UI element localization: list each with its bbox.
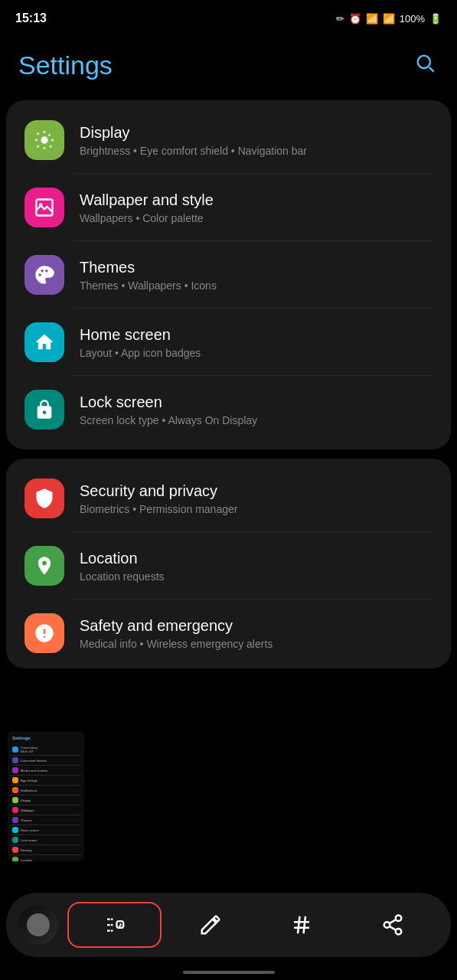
svg-point-5 <box>38 273 41 276</box>
lockscreen-icon <box>24 390 64 430</box>
smart-select-button[interactable] <box>67 902 162 948</box>
page-title: Settings <box>18 51 113 80</box>
pencil-icon: ✏ <box>336 13 344 24</box>
svg-point-4 <box>39 203 43 207</box>
themes-text: Themes Themes • Wallpapers • Icons <box>80 259 433 292</box>
ss-item-2: Connected devices <box>11 756 81 766</box>
wallpaper-text: Wallpaper and style Wallpapers • Color p… <box>80 191 433 224</box>
svg-point-15 <box>396 929 402 935</box>
display-title: Display <box>80 124 433 142</box>
location-icon <box>24 546 64 586</box>
themes-subtitle: Themes • Wallpapers • Icons <box>80 279 433 292</box>
write-button[interactable] <box>165 902 256 948</box>
settings-item-lockscreen[interactable]: Lock screen Screen lock type • Always On… <box>6 376 451 443</box>
settings-card-main: Display Brightness • Eye comfort shield … <box>6 100 451 449</box>
thumb-inner <box>18 905 58 945</box>
status-time: 15:13 <box>15 11 47 25</box>
safety-subtitle: Medical info • Wireless emergency alerts <box>80 638 433 650</box>
settings-item-location[interactable]: Location Location requests <box>6 532 451 599</box>
homescreen-title: Home screen <box>80 326 433 344</box>
safety-text: Safety and emergency Medical info • Wire… <box>80 617 433 650</box>
homescreen-subtitle: Layout • App icon badges <box>80 347 433 359</box>
settings-item-wallpaper[interactable]: Wallpaper and style Wallpapers • Color p… <box>6 174 451 241</box>
safety-title: Safety and emergency <box>80 617 433 635</box>
safety-icon <box>24 613 64 653</box>
header: Settings <box>0 34 457 100</box>
lockscreen-text: Lock screen Screen lock type • Always On… <box>80 394 433 426</box>
svg-point-2 <box>41 136 47 143</box>
svg-line-16 <box>390 926 397 930</box>
location-title: Location <box>80 550 433 567</box>
svg-point-0 <box>418 56 430 68</box>
security-title: Security and privacy <box>80 482 433 500</box>
ss-item-5: Notifications <box>11 786 81 795</box>
settings-item-themes[interactable]: Themes Themes • Wallpapers • Icons <box>6 241 451 309</box>
ss-item-9: Home screen <box>11 825 81 835</box>
location-subtitle: Location requests <box>80 570 433 583</box>
ss-title: Settings <box>11 734 81 742</box>
wallpaper-subtitle: Wallpapers • Color palette <box>80 212 433 224</box>
ss-item-11: Security <box>11 845 81 855</box>
signal-icon: 📶 <box>383 13 395 24</box>
screenshot-thumbnail: Settings ConnectionsWi-Fi, BT Connected … <box>8 731 84 861</box>
security-text: Security and privacy Biometrics • Permis… <box>80 482 433 515</box>
wallpaper-title: Wallpaper and style <box>80 191 433 209</box>
homescreen-text: Home screen Layout • App icon badges <box>80 326 433 359</box>
ss-item-4: App settings <box>11 776 81 786</box>
screenshot-overlay: Settings ConnectionsWi-Fi, BT Connected … <box>8 731 84 861</box>
ss-item-6: Display <box>11 795 81 805</box>
ss-item-1: ConnectionsWi-Fi, BT <box>11 744 81 756</box>
settings-item-security[interactable]: Security and privacy Biometrics • Permis… <box>6 465 451 532</box>
wifi-icon: 📶 <box>366 13 378 24</box>
lockscreen-subtitle: Screen lock type • Always On Display <box>80 414 433 426</box>
ss-item-10: Lock screen <box>11 835 81 845</box>
alarm-icon: ⏰ <box>349 13 361 24</box>
svg-line-11 <box>298 916 300 934</box>
themes-icon <box>24 255 64 295</box>
ss-item-12: Location <box>11 855 81 861</box>
wallpaper-icon <box>24 188 64 227</box>
toolbar-thumb[interactable] <box>18 905 58 945</box>
svg-point-6 <box>41 270 44 273</box>
svg-point-14 <box>384 922 390 928</box>
status-icons: ✏ ⏰ 📶 📶 100% 🔋 <box>336 13 442 24</box>
settings-item-safety[interactable]: Safety and emergency Medical info • Wire… <box>6 599 451 662</box>
svg-point-13 <box>396 916 402 922</box>
security-subtitle: Biometrics • Permission manager <box>80 503 433 515</box>
battery-icon: 🔋 <box>429 13 442 24</box>
svg-line-1 <box>429 67 434 72</box>
display-subtitle: Brightness • Eye comfort shield • Naviga… <box>80 145 433 157</box>
ss-item-8: Themes <box>11 815 81 825</box>
location-text: Location Location requests <box>80 550 433 583</box>
ss-item-3: Modes and routines <box>11 766 81 776</box>
share-button[interactable] <box>348 902 439 948</box>
search-button[interactable] <box>411 49 439 82</box>
settings-item-homescreen[interactable]: Home screen Layout • App icon badges <box>6 309 451 376</box>
settings-card-secondary: Security and privacy Biometrics • Permis… <box>6 459 451 668</box>
homescreen-icon <box>24 322 64 362</box>
tag-button[interactable] <box>256 902 348 948</box>
svg-point-7 <box>45 270 47 273</box>
display-icon <box>24 120 64 160</box>
settings-item-display[interactable]: Display Brightness • Eye comfort shield … <box>6 106 451 174</box>
security-icon <box>24 479 64 518</box>
ss-item-7: Wallpaper <box>11 805 81 815</box>
themes-title: Themes <box>80 259 433 276</box>
home-indicator <box>183 971 275 974</box>
display-text: Display Brightness • Eye comfort shield … <box>80 124 433 157</box>
battery-text: 100% <box>400 13 425 24</box>
svg-line-17 <box>390 920 397 923</box>
svg-line-12 <box>304 916 306 934</box>
status-bar: 15:13 ✏ ⏰ 📶 📶 100% 🔋 <box>0 0 457 34</box>
lockscreen-title: Lock screen <box>80 394 433 411</box>
bottom-toolbar <box>6 893 451 957</box>
